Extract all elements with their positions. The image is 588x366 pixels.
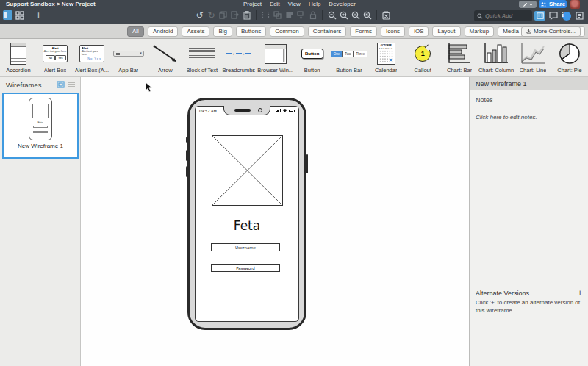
browser-window-thumb xyxy=(265,44,287,64)
callout-thumb: 1 xyxy=(415,46,431,62)
palette-item-chart-bar[interactable]: Chart: Bar xyxy=(441,39,478,76)
palette-item-button-bar[interactable]: One Two Three Button Bar xyxy=(331,39,368,76)
zoom-in-icon[interactable] xyxy=(339,10,348,21)
undo-icon[interactable]: ↺ xyxy=(195,10,204,21)
speaker-icon xyxy=(234,109,251,112)
mock-app-title: Feta xyxy=(196,218,298,233)
transform-icon[interactable] xyxy=(261,10,270,21)
category-ios[interactable]: iOS xyxy=(409,26,429,37)
palette-item-chart-line[interactable]: Chart: Line xyxy=(514,39,551,76)
lock-icon[interactable] xyxy=(308,10,318,21)
palette-item-calendar[interactable]: OCTOBER SMTWTFS Calendar xyxy=(368,39,404,76)
duplicate-icon[interactable] xyxy=(218,10,228,21)
menu-help[interactable]: Help xyxy=(309,1,320,7)
palette-item-button[interactable]: Button Button xyxy=(294,39,331,76)
chart-column-thumb xyxy=(484,43,508,65)
info-button[interactable]: i xyxy=(561,11,572,21)
redo-icon[interactable]: ↻ xyxy=(207,10,216,21)
add-wireframe-button[interactable]: + xyxy=(34,10,43,21)
wireframe-thumbnail[interactable]: Feta New Wireframe 1 xyxy=(2,93,79,159)
breadcrumbs-thumb: ›› xyxy=(226,53,251,54)
list-view-icon[interactable] xyxy=(68,81,76,88)
group-icon[interactable] xyxy=(273,10,282,21)
palette-item-arrow[interactable]: Arrow xyxy=(147,39,184,76)
zoom-fit-icon[interactable] xyxy=(362,10,372,21)
category-big[interactable]: Big xyxy=(213,26,232,37)
palette-item-accordion[interactable]: Accordion xyxy=(0,39,37,76)
category-buttons[interactable]: Buttons xyxy=(236,26,266,37)
palette-item-breadcrumbs[interactable]: ›› Breadcrumbs xyxy=(220,39,257,76)
status-time: 09:52 AM xyxy=(199,109,217,113)
breadcrumb-project-name[interactable]: New Project xyxy=(62,1,96,7)
category-assets[interactable]: Assets xyxy=(182,26,209,37)
arrange-icon[interactable] xyxy=(296,10,306,21)
share-button[interactable]: Share xyxy=(539,0,567,8)
alternate-versions-title: Alternate Versions xyxy=(476,290,529,297)
add-alternate-button[interactable]: + xyxy=(578,289,582,297)
breadcrumb[interactable]: Support Sandbox > New Project xyxy=(6,1,96,7)
avatar[interactable] xyxy=(570,0,580,9)
more-controls-button[interactable]: More Controls... xyxy=(521,26,581,37)
quick-add-input[interactable] xyxy=(485,12,529,19)
sidebar-toggle-icon[interactable] xyxy=(3,10,12,20)
palette-item-browser-window[interactable]: Browser Win... xyxy=(257,39,294,76)
menu-developer[interactable]: Developer xyxy=(329,1,355,7)
zoom-out-icon[interactable] xyxy=(327,10,337,21)
category-icons[interactable]: Icons xyxy=(381,26,405,37)
chevron-down-icon xyxy=(529,3,533,7)
category-common[interactable]: Common xyxy=(270,26,304,37)
menu-view[interactable]: View xyxy=(288,1,301,7)
palette-item-alert-box[interactable]: Alert Alert text goes here NoYes Alert B… xyxy=(37,39,74,76)
presentation-icon[interactable] xyxy=(381,10,391,21)
canvas[interactable]: 09:52 AM Feta Username xyxy=(82,77,469,366)
category-all[interactable]: All xyxy=(127,26,144,37)
image-placeholder xyxy=(212,135,283,206)
align-icon[interactable] xyxy=(284,10,294,21)
block-of-text-thumb xyxy=(189,48,215,60)
comments-button[interactable] xyxy=(548,11,559,21)
edit-mode-button[interactable] xyxy=(519,1,537,8)
download-tray-icon xyxy=(526,29,531,34)
phone-power-button xyxy=(306,154,309,173)
category-layout[interactable]: Layout xyxy=(432,26,460,37)
zoom-actual-icon[interactable] xyxy=(351,10,360,21)
button-thumb: Button xyxy=(301,49,323,59)
thumbnail-view-icon[interactable] xyxy=(57,81,65,88)
palette-item-block-of-text[interactable]: Block of Text xyxy=(184,39,220,76)
category-android[interactable]: Android xyxy=(148,26,179,37)
quick-add-box[interactable] xyxy=(474,10,532,21)
clipboard-icon[interactable] xyxy=(242,10,251,21)
chart-bar-thumb xyxy=(448,43,471,65)
library-toggle-button[interactable] xyxy=(534,11,545,21)
copy-icon[interactable] xyxy=(230,10,240,21)
phone-mockup[interactable]: 09:52 AM Feta Username xyxy=(187,98,306,330)
notes-placeholder[interactable]: Click here to edit notes. xyxy=(476,114,588,121)
menu-project[interactable]: Project xyxy=(243,1,262,7)
notes-section-title: Notes xyxy=(476,96,588,104)
top-bar: Support Sandbox > New Project Project Ed… xyxy=(0,0,588,24)
palette-item-chart-pie[interactable]: Chart: Pie xyxy=(551,39,588,76)
category-markup[interactable]: Markup xyxy=(465,26,495,37)
palette-item-callout[interactable]: 1 Callout xyxy=(404,39,441,76)
palette-item-chart-column[interactable]: Chart: Column xyxy=(478,39,514,76)
category-forms[interactable]: Forms xyxy=(350,26,377,37)
category-containers[interactable]: Containers xyxy=(308,26,347,37)
wifi-icon xyxy=(282,109,287,112)
grid-view-icon[interactable] xyxy=(15,10,24,21)
notes-button[interactable] xyxy=(574,11,585,21)
palette-item-app-bar[interactable]: App Bar xyxy=(110,39,147,76)
pencil-icon xyxy=(523,2,528,7)
breadcrumb-project-parent[interactable]: Support Sandbox xyxy=(6,1,55,7)
divider xyxy=(474,284,584,284)
phone-volume-down-button xyxy=(186,166,188,177)
view-tools: + xyxy=(3,10,43,21)
people-icon xyxy=(540,1,547,7)
wireframe-thumbnail-label: New Wireframe 1 xyxy=(18,143,63,149)
phone-volume-up-button xyxy=(186,150,188,161)
category-media[interactable]: Media xyxy=(498,26,524,37)
camera-icon xyxy=(258,108,262,112)
search-icon xyxy=(477,13,483,19)
menu-edit[interactable]: Edit xyxy=(270,1,280,7)
divider xyxy=(256,10,257,20)
palette-item-alert-box-alt[interactable]: Alert Alert text goes here No Yes Alert … xyxy=(74,39,110,76)
